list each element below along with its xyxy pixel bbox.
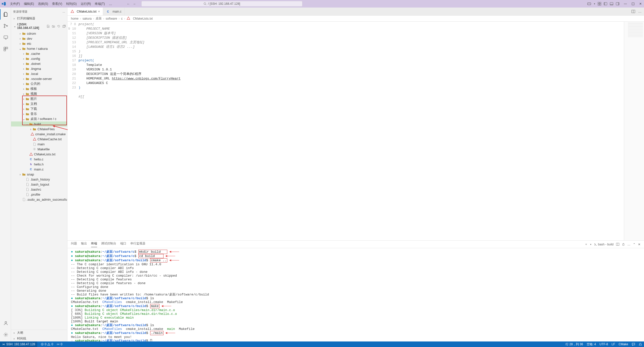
toggle-sidebar-icon[interactable] bbox=[604, 2, 607, 6]
indentation[interactable]: 空格: 4 bbox=[587, 342, 596, 346]
settings-activity-icon[interactable] bbox=[0, 329, 11, 340]
terminal-output[interactable]: ● sakura@sakura:~/桌面/software/c$ mkdir b… bbox=[67, 248, 644, 341]
panel-tab[interactable]: 终端 bbox=[91, 241, 97, 247]
tree-row[interactable]: Chello.c bbox=[11, 157, 67, 162]
new-file-icon[interactable] bbox=[47, 25, 50, 28]
nav-forward-icon[interactable]: → bbox=[133, 2, 136, 6]
remote-explorer-activity-icon[interactable] bbox=[0, 32, 11, 43]
split-terminal-icon[interactable] bbox=[616, 243, 619, 246]
collapse-all-icon[interactable] bbox=[62, 25, 66, 28]
tree-row[interactable]: ›.vscode-server bbox=[11, 76, 67, 81]
tree-row[interactable]: ›.local bbox=[11, 71, 67, 76]
panel-more-icon[interactable]: … bbox=[627, 243, 630, 246]
tree-row[interactable]: ›CMakeFiles bbox=[11, 126, 67, 132]
terminal-profile[interactable]: bash - build bbox=[594, 243, 614, 246]
toggle-panel-icon[interactable] bbox=[610, 2, 613, 6]
tree-row[interactable]: Makefile bbox=[11, 147, 67, 152]
language-mode[interactable]: CMake bbox=[619, 342, 628, 346]
extensions-activity-icon[interactable] bbox=[0, 44, 11, 54]
tree-row[interactable]: .bash_logout bbox=[11, 182, 67, 187]
new-folder-icon[interactable] bbox=[52, 25, 55, 28]
notifications-icon[interactable] bbox=[639, 343, 642, 346]
toggle-secondary-icon[interactable] bbox=[616, 2, 619, 6]
editor-tab[interactable]: Cmain.c bbox=[103, 8, 125, 15]
breadcrumb-segment[interactable]: 桌面 bbox=[96, 16, 102, 21]
menu-item[interactable]: 终端(T) bbox=[93, 1, 107, 7]
menu-item[interactable]: 编辑(E) bbox=[22, 1, 36, 7]
tree-row[interactable]: CMakeCache.txt bbox=[11, 137, 67, 142]
new-terminal-icon[interactable]: ＋ bbox=[585, 242, 588, 246]
maximize-button[interactable] bbox=[631, 2, 635, 6]
tree-row[interactable]: Cmain.c bbox=[11, 167, 67, 172]
panel-tab[interactable]: 端口 bbox=[120, 241, 126, 247]
tree-row[interactable]: ›图片 bbox=[11, 96, 67, 101]
tree-row[interactable]: .bashrc bbox=[11, 187, 67, 192]
layout-customize-icon[interactable] bbox=[598, 2, 601, 6]
maximize-panel-icon[interactable]: ⌃ bbox=[633, 243, 635, 246]
source-control-activity-icon[interactable] bbox=[0, 21, 11, 31]
panel-tab[interactable]: 串行监视器 bbox=[130, 241, 145, 247]
tree-row[interactable]: ›音乐 bbox=[11, 111, 67, 116]
minimize-button[interactable]: — bbox=[623, 2, 627, 6]
breadcrumb-segment[interactable]: sakura bbox=[83, 17, 92, 20]
open-editors-section[interactable]: › 打开的编辑器 bbox=[11, 16, 67, 21]
encoding[interactable]: UTF-8 bbox=[599, 342, 608, 346]
tree-row[interactable]: ›.cache bbox=[11, 51, 67, 56]
copilot-icon[interactable] bbox=[587, 2, 591, 6]
tree-row[interactable]: ›.config bbox=[11, 56, 67, 61]
eol[interactable]: LF bbox=[612, 342, 615, 346]
minimap[interactable] bbox=[624, 22, 644, 240]
panel-tab[interactable]: 调试控制台 bbox=[101, 241, 116, 247]
breadcrumb-segment[interactable]: software bbox=[106, 17, 117, 20]
tree-row[interactable]: ⌄build bbox=[11, 121, 67, 126]
feedback-icon[interactable] bbox=[632, 342, 635, 346]
split-editor-icon[interactable] bbox=[631, 10, 635, 13]
editor-content[interactable]: project( PROJECT_NAME [VERSION 版本号] [DES… bbox=[78, 22, 624, 240]
tree-row[interactable]: ›.lingma bbox=[11, 66, 67, 71]
timeline-section[interactable]: › 时间线 bbox=[11, 336, 67, 341]
cursor-position[interactable]: 行 28，列 36 bbox=[566, 342, 583, 346]
tree-row[interactable]: ›etc bbox=[11, 41, 67, 46]
tree-row[interactable]: ›文档 bbox=[11, 101, 67, 106]
tree-row[interactable]: ⌄桌面 / software / c bbox=[11, 116, 67, 121]
breadcrumb[interactable]: home›sakura›桌面›software›c›CMakeLists.txt bbox=[67, 16, 644, 22]
ports-indicator[interactable]: 0 bbox=[57, 342, 62, 346]
remote-indicator[interactable]: SSH: 192.168.47.128 bbox=[0, 341, 37, 347]
close-panel-icon[interactable]: ✕ bbox=[638, 243, 640, 246]
code-editor[interactable]: 7 8 9 10 11 12 13 14 15 16 17 18 19 20 2… bbox=[67, 22, 644, 240]
tree-row[interactable]: .bash_history bbox=[11, 177, 67, 182]
tree-row[interactable]: ⌄home / sakura bbox=[11, 46, 67, 51]
tree-row[interactable]: ›模板 bbox=[11, 86, 67, 91]
menu-item[interactable]: 查看(V) bbox=[50, 1, 64, 7]
menu-item[interactable]: 文件(F) bbox=[8, 1, 22, 7]
tree-row[interactable]: .profile bbox=[11, 192, 67, 197]
sidebar-more-icon[interactable]: … bbox=[62, 10, 65, 13]
menu-item[interactable]: 选择(S) bbox=[36, 1, 50, 7]
refresh-icon[interactable] bbox=[57, 25, 60, 28]
breadcrumb-segment[interactable]: CMakeLists.txt bbox=[133, 17, 153, 20]
breadcrumb-segment[interactable]: c bbox=[121, 17, 123, 20]
tree-row[interactable]: ›cdrom bbox=[11, 31, 67, 36]
explorer-activity-icon[interactable] bbox=[0, 9, 11, 20]
tree-row[interactable]: ›dev bbox=[11, 36, 67, 41]
command-center[interactable]: / [SSH: 192.168.47.128] bbox=[141, 1, 302, 7]
chevron-down-icon[interactable]: ▾ bbox=[594, 3, 595, 5]
tree-row[interactable]: cmake_install.cmake bbox=[11, 132, 67, 137]
nav-back-icon[interactable]: ← bbox=[127, 2, 130, 6]
outline-section[interactable]: › 大纲 bbox=[11, 330, 67, 336]
tree-row[interactable]: ›下载 bbox=[11, 106, 67, 111]
chevron-down-icon[interactable]: ⌄ bbox=[14, 24, 16, 28]
tree-row[interactable]: hhello.h bbox=[11, 162, 67, 167]
close-icon[interactable]: × bbox=[98, 10, 100, 13]
tree-row[interactable]: main bbox=[11, 142, 67, 147]
panel-tab[interactable]: 输出 bbox=[81, 241, 87, 247]
editor-tab[interactable]: CMakeLists.txt× bbox=[67, 8, 103, 15]
kill-terminal-icon[interactable] bbox=[622, 243, 625, 246]
terminal-dropdown-icon[interactable]: ▾ bbox=[590, 243, 591, 246]
close-button[interactable]: ✕ bbox=[638, 2, 642, 6]
tree-row[interactable]: ›视频 bbox=[11, 91, 67, 96]
breadcrumb-segment[interactable]: home bbox=[71, 17, 78, 20]
accounts-activity-icon[interactable] bbox=[0, 318, 11, 328]
menu-item[interactable]: 运行(R) bbox=[79, 1, 93, 7]
menu-item[interactable]: 转到(G) bbox=[64, 1, 78, 7]
